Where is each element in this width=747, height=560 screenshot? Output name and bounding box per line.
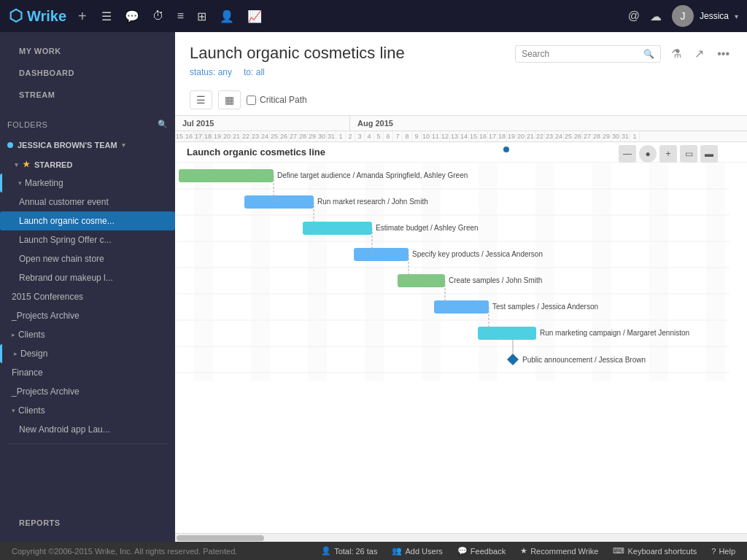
user-icon[interactable]: 👤 (220, 9, 234, 23)
svg-rect-1 (194, 163, 213, 381)
search-icon[interactable]: 🔍 (158, 120, 169, 129)
day: 19 (213, 131, 222, 141)
day: 28 (592, 131, 602, 141)
bar-estimate-budget[interactable] (303, 222, 372, 235)
sidebar: MY WORK DASHBOARD STREAM FOLDERS 🔍 JESSI… (0, 32, 175, 542)
bar-specify-products[interactable] (354, 248, 409, 261)
day: 30 (317, 131, 327, 141)
day: 12 (441, 131, 450, 141)
day: 18 (204, 131, 213, 141)
cloud-icon[interactable]: ☁ (650, 9, 662, 23)
search-input[interactable] (522, 49, 639, 59)
keyboard-shortcuts-link[interactable]: ⌨ Keyboard shortcuts (613, 546, 697, 556)
day: 16 (479, 131, 488, 141)
bar-test-samples[interactable] (434, 300, 489, 314)
sidebar-item-marketing[interactable]: ▾ Marketing (0, 174, 175, 192)
sidebar-item-launch-organic[interactable]: Launch organic cosme... (0, 211, 175, 230)
right-nav-icons: @ ☁ J Jessica ▾ (628, 5, 738, 27)
bar-label: Estimate budget / Ashley Green (376, 224, 479, 232)
user-menu[interactable]: J Jessica ▾ (672, 5, 738, 27)
day: 19 (507, 131, 516, 141)
critical-path-checkbox[interactable] (247, 96, 256, 105)
sidebar-item-stream[interactable]: STREAM (12, 85, 163, 105)
scrollbar-thumb[interactable] (177, 535, 264, 541)
at-icon[interactable]: @ (628, 9, 640, 23)
share-icon[interactable]: ↗ (692, 44, 707, 63)
recommend-link[interactable]: ★ Recommend Wrike (520, 546, 598, 556)
search-box[interactable]: 🔍 (515, 45, 661, 63)
to-filter[interactable]: to: all (244, 67, 265, 77)
filter-action-icon[interactable]: ⚗ (668, 44, 684, 63)
day: 17 (488, 131, 498, 141)
search-icon: 🔍 (643, 49, 654, 59)
bar-label: Create samples / John Smith (449, 276, 542, 284)
bar-run-marketing[interactable] (478, 327, 536, 340)
critical-path-label: Critical Path (260, 95, 307, 105)
add-button[interactable]: + (78, 8, 87, 25)
sidebar-bottom: REPORTS (0, 504, 175, 542)
bar-label: Public announcement / Jessica Brown (522, 356, 646, 364)
day: 18 (498, 131, 507, 141)
sidebar-item-dashboard[interactable]: DASHBOARD (12, 63, 163, 83)
chevron-right-icon: ▸ (14, 350, 18, 357)
status-filter[interactable]: status: any (190, 67, 232, 77)
content-meta: status: any to: all (190, 67, 405, 77)
chart-icon[interactable]: 📈 (247, 9, 262, 23)
bar-create-samples[interactable] (398, 274, 445, 287)
sidebar-item-new-android[interactable]: New Android app Lau... (0, 420, 175, 439)
zoom-in-button[interactable]: + (659, 145, 677, 163)
sidebar-item-clients-1[interactable]: ▸ Clients (0, 325, 175, 344)
gantt-day-headers: 15 16 17 18 19 20 21 22 23 24 25 26 27 2… (175, 131, 747, 142)
sidebar-item-clients-2[interactable]: ▾ Clients (0, 401, 175, 420)
day: 23 (545, 131, 554, 141)
gantt-scrollbar[interactable] (175, 533, 747, 542)
sidebar-item-design[interactable]: ▸ Design (0, 344, 175, 363)
sidebar-item-finance[interactable]: Finance (0, 363, 175, 382)
chat-icon[interactable]: 💬 (125, 9, 139, 23)
fit-button[interactable]: ● (639, 145, 657, 163)
starred-header[interactable]: ▾ ★ STARRED (0, 155, 175, 174)
sidebar-item-open-chain[interactable]: Open new chain store (0, 249, 175, 268)
nav-icons: ☰ 💬 ⏱ ≡ ⊞ 👤 📈 (101, 9, 628, 23)
grid-icon[interactable]: ⊞ (197, 9, 206, 23)
filter-icon[interactable]: ≡ (177, 9, 184, 23)
add-users-icon: 👥 (392, 546, 402, 556)
divider (7, 443, 168, 444)
expand-button[interactable]: ▬ (700, 145, 718, 163)
gantt-view-button[interactable]: ▦ (218, 90, 241, 109)
sidebar-item-annual-customer[interactable]: Annual customer event (0, 192, 175, 211)
bar-label: Test samples / Jessica Anderson (492, 303, 598, 311)
bar-run-market[interactable] (244, 195, 314, 209)
day: 22 (241, 131, 251, 141)
sidebar-item-rebrand[interactable]: Rebrand our makeup l... (0, 268, 175, 287)
add-users-link[interactable]: 👥 Add Users (392, 546, 442, 556)
menu-icon[interactable]: ☰ (101, 9, 112, 23)
feedback-link[interactable]: 💬 Feedback (457, 546, 506, 556)
content-toolbar: ☰ ▦ Critical Path (190, 85, 732, 115)
sidebar-item-projects-archive-1[interactable]: _Projects Archive (0, 306, 175, 325)
bar-define-target[interactable] (179, 169, 274, 182)
collapse-button[interactable]: ▭ (680, 145, 697, 163)
sidebar-item-launch-spring[interactable]: Launch Spring Offer c... (0, 230, 175, 249)
chevron-down-icon: ▾ (122, 141, 125, 149)
timer-icon[interactable]: ⏱ (152, 9, 164, 23)
more-icon[interactable]: ••• (714, 44, 732, 63)
chevron-right-icon: ▸ (12, 331, 15, 338)
sidebar-item-projects-archive-2[interactable]: _Projects Archive (0, 382, 175, 401)
day: 22 (535, 131, 545, 141)
team-header[interactable]: JESSICA BROWN'S TEAM ▾ (0, 135, 175, 155)
team-name: JESSICA BROWN'S TEAM (18, 141, 117, 149)
list-view-button[interactable]: ☰ (190, 90, 212, 109)
sidebar-item-mywork[interactable]: MY WORK (12, 41, 163, 61)
sidebar-item-conferences[interactable]: 2015 Conferences (0, 287, 175, 306)
help-link[interactable]: ? Help (711, 546, 735, 556)
chevron-down-icon: ▾ (15, 161, 18, 168)
app-logo[interactable]: ⬡ Wrike (9, 7, 66, 26)
content-header: Launch organic cosmetics line status: an… (175, 32, 747, 116)
keyboard-icon: ⌨ (613, 546, 624, 556)
folders-header[interactable]: FOLDERS 🔍 (0, 114, 175, 135)
sidebar-item-reports[interactable]: REPORTS (12, 513, 163, 533)
day: 27 (289, 131, 298, 141)
zoom-out-button[interactable]: — (619, 145, 636, 163)
day: 10 (422, 131, 431, 141)
